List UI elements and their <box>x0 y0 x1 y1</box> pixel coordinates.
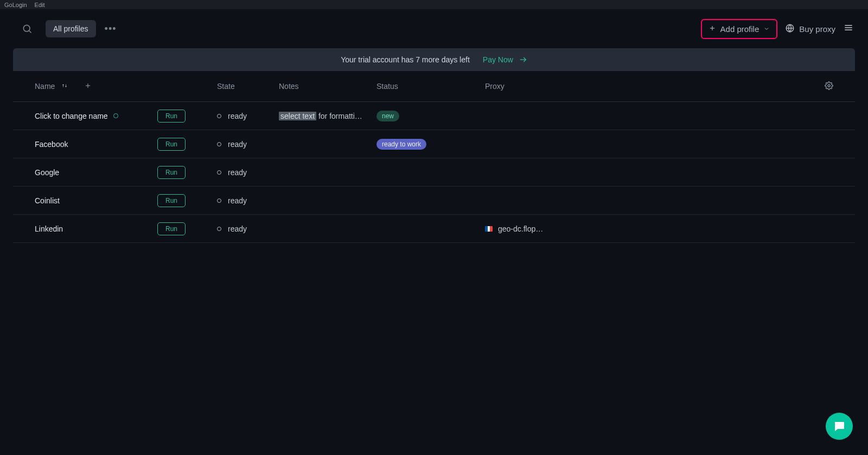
header: All profiles ••• Add profile Buy proxy <box>0 9 868 48</box>
notes-text: for formatti… <box>316 112 362 120</box>
state-label: ready <box>228 112 247 120</box>
run-cell: Run <box>157 110 217 123</box>
run-button[interactable]: Run <box>157 110 186 123</box>
buy-proxy-label: Buy proxy <box>799 24 835 34</box>
column-proxy[interactable]: Proxy <box>485 82 825 91</box>
sort-icon[interactable] <box>61 82 68 91</box>
titlebar: GoLogin Edit <box>0 0 868 9</box>
profile-name-label: Click to change name <box>35 112 108 120</box>
state-circle-icon <box>217 114 221 118</box>
table-header: Name State Notes Status Proxy <box>13 71 855 102</box>
table-row[interactable]: FacebookRunreadyready to work <box>13 130 855 158</box>
table-row[interactable]: CoinlistRunready <box>13 187 855 215</box>
buy-proxy-button[interactable]: Buy proxy <box>785 23 835 35</box>
status-cell[interactable]: new <box>376 111 485 121</box>
profile-name[interactable]: Linkedin <box>35 225 157 233</box>
svg-point-0 <box>23 25 30 31</box>
notes-highlight: select text <box>279 112 316 120</box>
state-cell: ready <box>217 140 279 149</box>
plus-icon <box>709 24 716 34</box>
state-label: ready <box>228 168 247 177</box>
column-state[interactable]: State <box>217 82 279 91</box>
profile-name-label: Google <box>35 168 59 177</box>
status-dot-icon <box>113 113 118 118</box>
run-cell: Run <box>157 194 217 207</box>
profile-name[interactable]: Facebook <box>35 140 157 149</box>
pay-now-link[interactable]: Pay Now <box>483 55 527 64</box>
trial-message: Your trial account has 7 more days left <box>341 55 470 64</box>
state-circle-icon <box>217 227 221 231</box>
flag-icon <box>485 226 493 232</box>
state-label: ready <box>228 225 247 233</box>
column-notes[interactable]: Notes <box>279 82 376 91</box>
run-cell: Run <box>157 138 217 151</box>
table-row[interactable]: LinkedinRunreadygeo-dc.flop… <box>13 215 855 243</box>
add-profile-label: Add profile <box>720 24 760 34</box>
state-circle-icon <box>217 198 221 203</box>
state-cell: ready <box>217 112 279 120</box>
state-circle-icon <box>217 170 221 175</box>
globe-icon <box>785 23 795 35</box>
status-cell[interactable]: ready to work <box>376 139 485 150</box>
state-label: ready <box>228 196 247 205</box>
proxy-cell[interactable]: geo-dc.flop… <box>485 225 833 233</box>
notes-cell[interactable]: select text for formatti… <box>279 112 376 120</box>
state-cell: ready <box>217 196 279 205</box>
state-circle-icon <box>217 142 221 146</box>
search-icon[interactable] <box>22 23 33 34</box>
column-name[interactable]: Name <box>35 82 217 91</box>
run-cell: Run <box>157 222 217 235</box>
app-menu-gologin[interactable]: GoLogin <box>4 2 27 8</box>
chevron-down-icon <box>763 24 770 34</box>
profile-name-label: Coinlist <box>35 196 60 205</box>
profile-name[interactable]: Google <box>35 168 157 177</box>
column-status[interactable]: Status <box>376 82 485 91</box>
run-button[interactable]: Run <box>157 166 186 179</box>
table-row[interactable]: Click to change nameRunreadyselect text … <box>13 102 855 130</box>
proxy-text: geo-dc.flop… <box>498 225 543 233</box>
table-settings-icon[interactable] <box>825 81 833 92</box>
pay-now-label: Pay Now <box>483 55 513 64</box>
app-menu-edit[interactable]: Edit <box>35 2 45 8</box>
menu-icon[interactable] <box>843 22 854 35</box>
column-name-label: Name <box>35 82 55 91</box>
chat-fab[interactable] <box>826 413 853 440</box>
state-cell: ready <box>217 168 279 177</box>
status-badge: ready to work <box>376 139 426 150</box>
state-label: ready <box>228 140 247 149</box>
svg-point-12 <box>828 85 830 87</box>
run-cell: Run <box>157 166 217 179</box>
profile-name-label: Facebook <box>35 140 68 149</box>
add-column-icon[interactable] <box>84 82 92 91</box>
add-profile-button[interactable]: Add profile <box>701 19 778 39</box>
state-cell: ready <box>217 225 279 233</box>
profile-name[interactable]: Coinlist <box>35 196 157 205</box>
profile-name-label: Linkedin <box>35 225 63 233</box>
run-button[interactable]: Run <box>157 138 186 151</box>
svg-line-1 <box>29 31 31 33</box>
content-area: Your trial account has 7 more days left … <box>13 48 855 243</box>
more-icon[interactable]: ••• <box>105 23 117 35</box>
all-profiles-dropdown[interactable]: All profiles <box>46 20 96 37</box>
table-row[interactable]: GoogleRunready <box>13 158 855 187</box>
status-badge: new <box>376 111 399 121</box>
profile-name[interactable]: Click to change name <box>35 112 157 120</box>
run-button[interactable]: Run <box>157 194 186 207</box>
trial-banner: Your trial account has 7 more days left … <box>13 48 855 71</box>
run-button[interactable]: Run <box>157 222 186 235</box>
